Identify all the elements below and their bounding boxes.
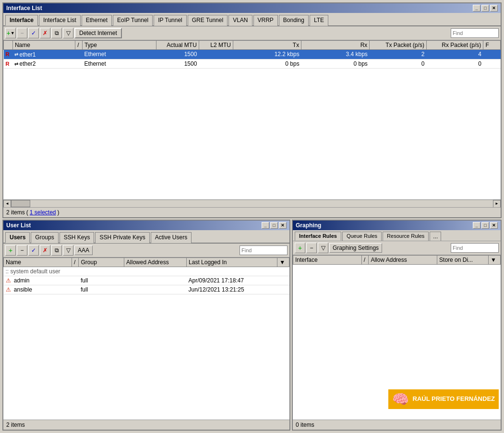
row-actual-mtu: 1500 bbox=[156, 50, 199, 59]
tab-interface[interactable]: Interface bbox=[5, 15, 38, 26]
col-actual-mtu-header[interactable]: Actual MTU bbox=[156, 41, 199, 50]
table-row[interactable]: :: system default user bbox=[4, 267, 289, 276]
user-add-icon: + bbox=[9, 246, 12, 254]
col-name-header[interactable]: Name bbox=[12, 41, 75, 50]
graphing-add-button[interactable]: + bbox=[295, 243, 305, 253]
filter-icon: ▽ bbox=[66, 30, 71, 36]
col-g-dropdown[interactable]: ▼ bbox=[489, 256, 501, 265]
row-txpkt: 0 bbox=[370, 59, 427, 69]
tab-gre-tunnel[interactable]: GRE Tunnel bbox=[188, 15, 228, 26]
col-user-allowed[interactable]: Allowed Address bbox=[124, 258, 187, 267]
interface-titlebar-buttons: _ □ ✕ bbox=[473, 5, 498, 12]
col-type-header[interactable]: Type bbox=[82, 41, 156, 50]
enable-button[interactable]: ✓ bbox=[28, 28, 39, 38]
disable-button[interactable]: ✗ bbox=[40, 28, 50, 38]
col-g-store[interactable]: Store on Di... bbox=[437, 256, 489, 265]
minimize-button[interactable]: _ bbox=[473, 5, 480, 12]
col-g-interface[interactable]: Interface bbox=[293, 256, 362, 265]
table-row[interactable]: ⚠ admin full Apr/09/2021 17:18:47 bbox=[4, 276, 289, 285]
col-user-sort[interactable]: / bbox=[72, 258, 79, 267]
user-enable-button[interactable]: ✓ bbox=[28, 245, 39, 256]
tab-active-users[interactable]: Active Users bbox=[151, 232, 192, 243]
add-button[interactable]: +▼ bbox=[5, 28, 16, 38]
user-window-title: User List bbox=[6, 222, 31, 229]
scroll-left-arrow[interactable]: ◄ bbox=[3, 200, 11, 208]
detect-internet-button[interactable]: Detect Internet bbox=[74, 28, 122, 38]
user-add-button[interactable]: + bbox=[5, 245, 16, 256]
tab-ip-tunnel[interactable]: IP Tunnel bbox=[154, 15, 186, 26]
scroll-right-arrow[interactable]: ► bbox=[493, 200, 501, 208]
tab-resource-rules[interactable]: Resource Rules bbox=[383, 232, 429, 241]
graphing-maximize-button[interactable]: □ bbox=[481, 222, 489, 229]
remove-button[interactable]: − bbox=[17, 28, 27, 38]
table-row[interactable]: R ⇄ ether2 Ethernet 1500 0 bps 0 bps bbox=[4, 59, 501, 69]
graphing-toolbar: + − ▽ Graphing Settings bbox=[293, 241, 501, 255]
user-name-admin: ⚠ admin bbox=[4, 276, 72, 285]
interface-titlebar: Interface List _ □ ✕ bbox=[3, 3, 501, 13]
user-item-count: 2 items bbox=[6, 421, 25, 428]
row-name: ⇄ ether2 bbox=[12, 59, 75, 69]
col-user-dropdown[interactable]: ▼ bbox=[277, 258, 289, 267]
tab-lte[interactable]: LTE bbox=[310, 15, 328, 26]
scroll-track[interactable] bbox=[11, 200, 493, 207]
graphing-remove-button[interactable]: − bbox=[306, 243, 317, 253]
user-find-input[interactable] bbox=[240, 246, 288, 255]
aaa-button[interactable]: AAA bbox=[74, 246, 93, 255]
row-l2mtu bbox=[199, 59, 233, 69]
tab-eoip-tunnel[interactable]: EoIP Tunnel bbox=[113, 15, 153, 26]
interface-scrollbar-h[interactable]: ◄ ► bbox=[3, 199, 501, 207]
col-rx-header[interactable]: Rx bbox=[301, 41, 370, 50]
tab-users[interactable]: Users bbox=[5, 232, 30, 243]
user-maximize-button[interactable]: □ bbox=[270, 222, 278, 229]
tab-vlan[interactable]: VLAN bbox=[228, 15, 252, 26]
col-l2mtu-header[interactable]: L2 MTU bbox=[199, 41, 233, 50]
col-user-group[interactable]: Group bbox=[79, 258, 124, 267]
col-f-header[interactable]: F bbox=[483, 41, 501, 50]
col-user-lastlogin[interactable]: Last Logged In bbox=[187, 258, 277, 267]
close-button[interactable]: ✕ bbox=[490, 5, 498, 12]
tab-groups[interactable]: Groups bbox=[31, 232, 58, 243]
col-g-sort[interactable]: / bbox=[361, 256, 369, 265]
user-close-button[interactable]: ✕ bbox=[279, 222, 287, 229]
user-x-icon: ✗ bbox=[43, 247, 48, 254]
table-row[interactable]: R ⇄ ether1 Ethernet 1500 12.2 kbps 3.4 bbox=[4, 50, 501, 59]
user-window: User List _ □ ✕ Users Groups SSH Keys SS… bbox=[2, 220, 290, 431]
graphing-settings-button[interactable]: Graphing Settings bbox=[329, 243, 382, 253]
interface-selected-count[interactable]: 1 selected bbox=[30, 209, 56, 216]
scroll-thumb[interactable] bbox=[11, 200, 30, 207]
tab-interface-list[interactable]: Interface List bbox=[39, 15, 81, 26]
col-sort[interactable]: / bbox=[75, 41, 83, 50]
row-rxpkt: 0 bbox=[426, 59, 483, 69]
row-actual-mtu: 1500 bbox=[156, 59, 199, 69]
user-copy-button[interactable]: ⧉ bbox=[51, 245, 62, 256]
col-rxpkt-header[interactable]: Rx Packet (p/s) bbox=[426, 41, 483, 50]
tab-vrrp[interactable]: VRRP bbox=[253, 15, 278, 26]
interface-find-input[interactable] bbox=[451, 28, 499, 38]
graphing-minimize-button[interactable]: _ bbox=[473, 222, 480, 229]
col-tx-header[interactable]: Tx bbox=[233, 41, 301, 50]
tab-bonding[interactable]: Bonding bbox=[279, 15, 309, 26]
graphing-tabs: Interface Rules Queue Rules Resource Rul… bbox=[293, 230, 501, 241]
graphing-window-title: Graphing bbox=[296, 222, 321, 229]
col-user-name[interactable]: Name bbox=[4, 258, 72, 267]
table-row[interactable]: ⚠ ansible full Jun/12/2021 13:21:25 bbox=[4, 285, 289, 294]
tab-ethernet[interactable]: Ethernet bbox=[82, 15, 112, 26]
row-rx: 3.4 kbps bbox=[301, 50, 370, 59]
maximize-button[interactable]: □ bbox=[481, 5, 489, 12]
tab-ssh-private-keys[interactable]: SSH Private Keys bbox=[95, 232, 149, 243]
tab-ssh-keys[interactable]: SSH Keys bbox=[60, 232, 95, 243]
graphing-find-input[interactable] bbox=[451, 243, 499, 253]
filter-button[interactable]: ▽ bbox=[63, 28, 73, 38]
col-txpkt-header[interactable]: Tx Packet (p/s) bbox=[370, 41, 427, 50]
col-g-allow[interactable]: Allow Address bbox=[369, 256, 437, 265]
graphing-filter-button[interactable]: ▽ bbox=[318, 243, 328, 253]
user-minimize-button[interactable]: _ bbox=[262, 222, 269, 229]
graphing-close-button[interactable]: ✕ bbox=[490, 222, 498, 229]
tab-interface-rules[interactable]: Interface Rules bbox=[295, 232, 341, 241]
copy-button[interactable]: ⧉ bbox=[51, 28, 62, 38]
user-disable-button[interactable]: ✗ bbox=[40, 245, 50, 256]
user-filter-button[interactable]: ▽ bbox=[63, 245, 73, 256]
user-remove-button[interactable]: − bbox=[17, 245, 27, 256]
tab-queue-rules[interactable]: Queue Rules bbox=[342, 232, 382, 241]
tab-more[interactable]: ... bbox=[430, 232, 441, 241]
